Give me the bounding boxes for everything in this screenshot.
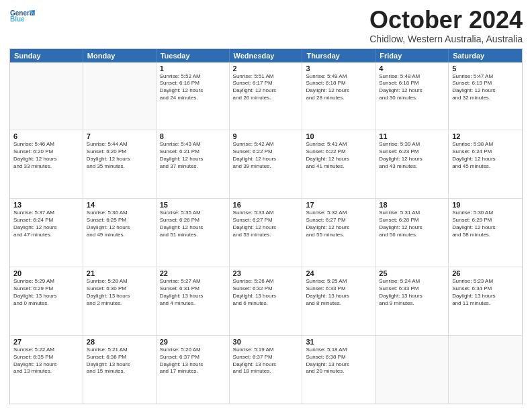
day-number: 2 [233,64,299,73]
cell-info-line: Daylight: 13 hours [306,361,371,369]
day-cell-17: 17Sunrise: 5:32 AMSunset: 6:27 PMDayligh… [302,199,375,267]
day-cell-1: 1Sunrise: 5:52 AMSunset: 6:16 PMDaylight… [157,62,230,130]
calendar-header: SundayMondayTuesdayWednesdayThursdayFrid… [10,49,522,62]
day-cell-empty-0-1 [83,62,157,130]
cell-info-line: and 15 minutes. [87,368,152,375]
cell-info-line: Daylight: 12 hours [452,224,519,232]
cell-info-line: Daylight: 12 hours [306,87,371,95]
day-number: 26 [452,269,519,277]
cell-info-line: Sunrise: 5:28 AM [87,278,152,285]
day-number: 17 [306,201,371,209]
cell-info-line: and 11 minutes. [452,300,519,308]
cell-info-line: Sunrise: 5:27 AM [160,278,226,285]
day-cell-4: 4Sunrise: 5:48 AMSunset: 6:18 PMDaylight… [375,62,449,130]
cell-info-line: Sunrise: 5:51 AM [233,73,299,81]
cell-info-line: Sunrise: 5:48 AM [379,73,445,81]
day-cell-9: 9Sunrise: 5:42 AMSunset: 6:22 PMDaylight… [230,130,303,198]
day-number: 9 [233,132,299,140]
day-number: 25 [379,269,445,277]
cell-info-line: and 41 minutes. [306,163,371,171]
cell-info-line: Sunset: 6:32 PM [233,285,299,293]
day-cell-8: 8Sunrise: 5:43 AMSunset: 6:21 PMDaylight… [157,130,230,198]
cell-info-line: Daylight: 12 hours [160,87,226,95]
day-cell-15: 15Sunrise: 5:35 AMSunset: 6:26 PMDayligh… [157,199,230,267]
cell-info-line: Daylight: 13 hours [13,293,79,300]
day-cell-27: 27Sunrise: 5:22 AMSunset: 6:35 PMDayligh… [10,336,83,404]
day-number: 30 [233,338,299,346]
cell-info-line: Daylight: 13 hours [87,293,152,300]
day-number: 8 [160,132,226,140]
calendar: SundayMondayTuesdayWednesdayThursdayFrid… [9,48,523,404]
cell-info-line: and 43 minutes. [379,163,445,171]
cell-info-line: Sunset: 6:25 PM [87,217,152,224]
header: General Blue October 2024 Chidlow, Weste… [9,7,523,44]
cell-info-line: Sunrise: 5:35 AM [160,210,226,217]
cell-info-line: Sunrise: 5:42 AM [233,141,299,148]
day-number: 23 [233,269,299,277]
cell-info-line: Daylight: 12 hours [13,224,79,232]
cell-info-line: Sunrise: 5:22 AM [13,347,79,354]
cell-info-line: and 17 minutes. [160,368,226,375]
day-cell-30: 30Sunrise: 5:19 AMSunset: 6:37 PMDayligh… [230,336,303,404]
cell-info-line: Daylight: 13 hours [87,361,152,369]
cell-info-line: Sunrise: 5:30 AM [452,210,519,217]
cell-info-line: Sunrise: 5:18 AM [306,347,371,354]
cell-info-line: and 32 minutes. [452,95,519,102]
cell-info-line: Daylight: 13 hours [452,293,519,300]
day-cell-19: 19Sunrise: 5:30 AMSunset: 6:29 PMDayligh… [449,199,522,267]
cell-info-line: and 4 minutes. [160,300,226,308]
day-number: 4 [379,64,445,73]
cell-info-line: and 8 minutes. [306,300,371,308]
cell-info-line: and 58 minutes. [452,232,519,239]
cell-info-line: Daylight: 12 hours [233,156,299,163]
day-number: 6 [13,132,79,140]
cell-info-line: Daylight: 12 hours [379,224,445,232]
calendar-row-3: 20Sunrise: 5:29 AMSunset: 6:29 PMDayligh… [10,267,522,336]
day-number: 22 [160,269,226,277]
cell-info-line: Sunrise: 5:24 AM [379,278,445,285]
cell-info-line: and 18 minutes. [233,368,299,375]
calendar-row-1: 6Sunrise: 5:46 AMSunset: 6:20 PMDaylight… [10,130,522,199]
cell-info-line: Sunset: 6:35 PM [13,354,79,361]
weekday-header-wednesday: Wednesday [230,49,303,62]
cell-info-line: Sunrise: 5:29 AM [13,278,79,285]
day-cell-14: 14Sunrise: 5:36 AMSunset: 6:25 PMDayligh… [83,199,157,267]
cell-info-line: Sunset: 6:29 PM [13,285,79,293]
cell-info-line: Daylight: 13 hours [160,293,226,300]
weekday-header-monday: Monday [83,49,157,62]
cell-info-line: Sunset: 6:26 PM [160,217,226,224]
day-number: 27 [13,338,79,346]
cell-info-line: Sunrise: 5:26 AM [233,278,299,285]
day-number: 11 [379,132,445,140]
cell-info-line: and 39 minutes. [233,163,299,171]
calendar-row-4: 27Sunrise: 5:22 AMSunset: 6:35 PMDayligh… [10,336,522,404]
cell-info-line: Daylight: 12 hours [13,156,79,163]
day-cell-23: 23Sunrise: 5:26 AMSunset: 6:32 PMDayligh… [230,267,303,335]
cell-info-line: Sunrise: 5:36 AM [87,210,152,217]
day-cell-6: 6Sunrise: 5:46 AMSunset: 6:20 PMDaylight… [10,130,83,198]
day-cell-29: 29Sunrise: 5:20 AMSunset: 6:37 PMDayligh… [157,336,230,404]
cell-info-line: and 2 minutes. [87,300,152,308]
cell-info-line: Daylight: 12 hours [379,87,445,95]
cell-info-line: Sunrise: 5:37 AM [13,210,79,217]
cell-info-line: Sunset: 6:21 PM [160,148,226,156]
cell-info-line: and 49 minutes. [87,232,152,239]
cell-info-line: Sunset: 6:27 PM [233,217,299,224]
cell-info-line: Daylight: 12 hours [160,224,226,232]
day-number: 13 [13,201,79,209]
day-number: 19 [452,201,519,209]
day-cell-empty-0-0 [10,62,83,130]
cell-info-line: Sunset: 6:19 PM [452,80,519,87]
cell-info-line: and 6 minutes. [233,300,299,308]
day-cell-20: 20Sunrise: 5:29 AMSunset: 6:29 PMDayligh… [10,267,83,335]
cell-info-line: Sunrise: 5:44 AM [87,141,152,148]
day-number: 15 [160,201,226,209]
cell-info-line: Sunset: 6:24 PM [452,148,519,156]
cell-info-line: Daylight: 13 hours [233,293,299,300]
cell-info-line: Sunset: 6:27 PM [306,217,371,224]
cell-info-line: and 47 minutes. [13,232,79,239]
cell-info-line: and 24 minutes. [160,95,226,102]
day-number: 28 [87,338,152,346]
day-cell-empty-4-6 [449,336,522,404]
day-cell-11: 11Sunrise: 5:39 AMSunset: 6:23 PMDayligh… [375,130,449,198]
